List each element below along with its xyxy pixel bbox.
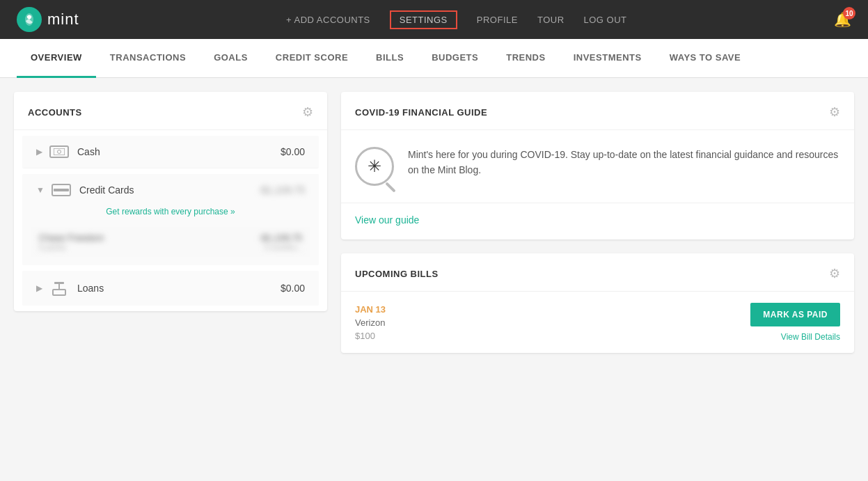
tab-credit-score[interactable]: CREDIT SCORE bbox=[262, 39, 362, 78]
accounts-title: ACCOUNTS bbox=[28, 107, 82, 118]
sub-account-secondary: 0 points bbox=[39, 243, 104, 251]
svg-rect-1 bbox=[54, 148, 65, 155]
svg-point-2 bbox=[58, 150, 61, 154]
sub-account-area: Chase Freedom 0 points -$1,109.75 3 mont… bbox=[22, 224, 319, 265]
bill-item: JAN 13 Verizon $100 MARK AS PAID View Bi… bbox=[341, 292, 854, 353]
credit-reward-area: Get rewards with every purchase » bbox=[22, 202, 319, 224]
accounts-card: ACCOUNTS ⚙ ▶ Cash $0.00 ▼ Credi bbox=[14, 92, 327, 311]
credit-reward-link[interactable]: Get rewards with every purchase » bbox=[106, 207, 235, 216]
covid-header: COVID-19 FINANCIAL GUIDE ⚙ bbox=[341, 92, 854, 130]
credit-cards-chevron-icon[interactable]: ▼ bbox=[36, 185, 45, 195]
tab-goals[interactable]: GOALS bbox=[200, 39, 262, 78]
right-panel: COVID-19 FINANCIAL GUIDE ⚙ ✳ Mint's here… bbox=[341, 92, 854, 467]
tab-bills[interactable]: BILLS bbox=[362, 39, 418, 78]
loans-account-item: ▶ Loans $0.00 bbox=[22, 271, 319, 306]
bills-title: UPCOMING BILLS bbox=[355, 269, 439, 279]
tab-investments[interactable]: INVESTMENTS bbox=[560, 39, 656, 78]
accounts-header: ACCOUNTS ⚙ bbox=[14, 92, 327, 130]
loans-chevron-icon[interactable]: ▶ bbox=[36, 283, 42, 293]
tab-ways-to-save[interactable]: WAYS TO SAVE bbox=[656, 39, 755, 78]
cash-account-amount: $0.00 bbox=[281, 146, 305, 157]
loans-account-amount: $0.00 bbox=[281, 283, 305, 294]
covid-title: COVID-19 FINANCIAL GUIDE bbox=[355, 107, 487, 118]
tab-overview[interactable]: OVERVIEW bbox=[17, 39, 96, 78]
sub-account-right: -$1,109.75 3 months... bbox=[259, 232, 302, 251]
mark-as-paid-button[interactable]: MARK AS PAID bbox=[750, 303, 840, 326]
cash-chevron-icon[interactable]: ▶ bbox=[36, 147, 42, 157]
upcoming-bills-card: UPCOMING BILLS ⚙ JAN 13 Verizon $100 MAR… bbox=[341, 253, 854, 353]
sub-account-name: Chase Freedom bbox=[39, 232, 104, 243]
credit-cards-item: ▼ Credit Cards -$1,109.75 Get rewards wi… bbox=[22, 174, 319, 265]
tab-trends[interactable]: TRENDS bbox=[492, 39, 559, 78]
bill-name: Verizon bbox=[355, 317, 386, 328]
cash-account-item: ▶ Cash $0.00 bbox=[22, 136, 319, 168]
cash-account-name: Cash bbox=[77, 146, 281, 157]
cash-account-icon bbox=[49, 145, 69, 158]
bills-gear-icon[interactable]: ⚙ bbox=[829, 266, 840, 281]
covid-body-text: Mint's here for you during COVID-19. Sta… bbox=[408, 147, 840, 178]
bill-date: JAN 13 bbox=[355, 304, 386, 315]
virus-icon: ✳ bbox=[368, 157, 381, 176]
left-panel: ACCOUNTS ⚙ ▶ Cash $0.00 ▼ Credi bbox=[14, 92, 327, 467]
bill-left: JAN 13 Verizon $100 bbox=[355, 304, 386, 341]
covid-search-icon-container: ✳ bbox=[355, 147, 394, 186]
magnifier-handle bbox=[385, 182, 396, 193]
main-content: ACCOUNTS ⚙ ▶ Cash $0.00 ▼ Credi bbox=[0, 78, 868, 481]
covid-footer: View our guide bbox=[341, 203, 854, 239]
covid-body: ✳ Mint's here for you during COVID-19. S… bbox=[341, 130, 854, 203]
notification-bell[interactable]: 🔔 10 bbox=[834, 11, 851, 28]
tour-link[interactable]: TOUR bbox=[537, 15, 565, 25]
tab-transactions[interactable]: TRANSACTIONS bbox=[96, 39, 200, 78]
credit-card-icon bbox=[52, 184, 71, 196]
bills-header: UPCOMING BILLS ⚙ bbox=[341, 253, 854, 292]
bill-amount: $100 bbox=[355, 331, 386, 341]
covid-gear-icon[interactable]: ⚙ bbox=[829, 104, 840, 120]
logout-link[interactable]: LOG OUT bbox=[584, 15, 627, 25]
header-right: 🔔 10 bbox=[834, 11, 851, 28]
sub-account-amount: -$1,109.75 bbox=[259, 232, 302, 243]
sub-account-left: Chase Freedom 0 points bbox=[39, 232, 104, 251]
magnifier-circle: ✳ bbox=[355, 147, 394, 186]
covid-card: COVID-19 FINANCIAL GUIDE ⚙ ✳ Mint's here… bbox=[341, 92, 854, 239]
notification-badge: 10 bbox=[843, 7, 855, 19]
subnav: OVERVIEW TRANSACTIONS GOALS CREDIT SCORE… bbox=[0, 39, 868, 78]
settings-link[interactable]: SETTINGS bbox=[390, 10, 457, 29]
bill-right: MARK AS PAID View Bill Details bbox=[750, 303, 840, 342]
header: mint + ADD ACCOUNTS SETTINGS PROFILE TOU… bbox=[0, 0, 868, 39]
credit-cards-header: ▼ Credit Cards -$1,109.75 bbox=[22, 174, 319, 202]
add-accounts-link[interactable]: + ADD ACCOUNTS bbox=[286, 15, 370, 25]
view-guide-link[interactable]: View our guide bbox=[355, 203, 840, 226]
profile-link[interactable]: PROFILE bbox=[477, 15, 518, 25]
logo-text: mint bbox=[47, 10, 79, 29]
logo-icon bbox=[17, 7, 42, 32]
view-bill-details-link[interactable]: View Bill Details bbox=[781, 332, 840, 342]
credit-cards-name: Credit Cards bbox=[79, 184, 258, 196]
header-nav: + ADD ACCOUNTS SETTINGS PROFILE TOUR LOG… bbox=[286, 10, 627, 29]
credit-cards-amount: -$1,109.75 bbox=[258, 184, 305, 196]
sub-account-secondary-amount: 3 months... bbox=[259, 243, 302, 251]
tab-budgets[interactable]: BUDGETS bbox=[418, 39, 492, 78]
loans-icon bbox=[49, 281, 69, 296]
accounts-gear-icon[interactable]: ⚙ bbox=[302, 104, 313, 120]
loans-account-name: Loans bbox=[77, 283, 281, 294]
logo-area: mint bbox=[17, 7, 79, 32]
sub-account-row: Chase Freedom 0 points -$1,109.75 3 mont… bbox=[31, 227, 310, 257]
